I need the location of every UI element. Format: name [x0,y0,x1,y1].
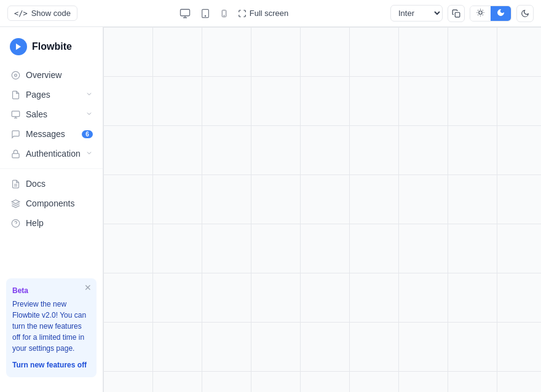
authentication-chevron-icon [85,149,93,159]
beta-close-button[interactable]: ✕ [84,283,92,292]
grid-background [103,27,541,392]
help-icon [10,219,21,228]
docs-icon [10,179,21,189]
pages-icon [10,90,21,100]
moon-button[interactable] [516,5,534,22]
messages-badge: 6 [82,130,93,138]
overview-icon [10,71,21,80]
pages-chevron-icon [85,90,93,100]
beta-description: Preview the new Flowbite v2.0! You can t… [12,299,90,354]
svg-point-4 [224,15,224,15]
sidebar-item-components[interactable]: Components [0,194,103,213]
logo-icon [10,38,27,55]
svg-rect-5 [455,12,460,17]
content-area [103,27,541,392]
authentication-label: Authentication [26,149,81,159]
topbar-center: Full screen [180,8,289,19]
desktop-icon[interactable] [180,8,191,19]
svg-rect-0 [180,9,189,16]
mobile-icon[interactable] [220,8,228,19]
light-dark-toggle[interactable] [470,6,511,22]
main-layout: Flowbite Overview Pages [0,27,541,392]
code-icon: </> [14,9,28,18]
svg-point-6 [479,10,482,14]
components-icon [10,199,21,208]
beta-card: Beta ✕ Preview the new Flowbite v2.0! Yo… [6,278,97,377]
beta-tag: Beta [12,286,28,295]
authentication-icon [10,149,21,159]
topbar-left: </> Show code [7,6,77,21]
topbar-right: Inter Roboto Poppins [390,5,534,22]
sidebar-logo[interactable]: Flowbite [0,34,103,65]
beta-link[interactable]: Turn new features off [12,361,87,369]
sales-icon [10,110,21,119]
messages-label: Messages [26,129,77,139]
font-selector[interactable]: Inter Roboto Poppins [390,5,443,22]
fullscreen-button[interactable]: Full screen [238,9,289,18]
dark-mode-button[interactable] [491,6,511,21]
docs-label: Docs [26,179,93,189]
sidebar-item-docs[interactable]: Docs [0,174,103,194]
sales-chevron-icon [85,110,93,119]
sidebar: Flowbite Overview Pages [0,27,103,392]
svg-point-8 [12,71,20,79]
overview-label: Overview [26,70,93,80]
logo-text: Flowbite [32,41,72,52]
messages-icon [10,130,21,139]
svg-point-9 [14,74,17,76]
show-code-button[interactable]: </> Show code [7,6,77,21]
help-label: Help [26,218,93,228]
sidebar-item-help[interactable]: Help [0,213,103,233]
sidebar-item-pages[interactable]: Pages [0,85,103,104]
svg-rect-11 [12,153,18,157]
sidebar-nav: Overview Pages Sales [0,65,103,271]
svg-marker-7 [16,44,21,50]
show-code-label: Show code [31,9,71,18]
copy-icon-button[interactable] [448,5,465,22]
sidebar-item-overview[interactable]: Overview [0,65,103,85]
sidebar-item-messages[interactable]: Messages 6 [0,124,103,144]
svg-point-2 [205,15,205,16]
fullscreen-label: Full screen [250,9,289,18]
light-mode-button[interactable] [470,6,491,21]
sidebar-item-authentication[interactable]: Authentication [0,144,103,163]
components-label: Components [26,198,93,208]
nav-divider [0,168,103,169]
tablet-icon[interactable] [200,8,210,19]
topbar: </> Show code Full screen Inter Roboto P… [0,0,541,27]
sidebar-item-sales[interactable]: Sales [0,104,103,124]
pages-label: Pages [26,90,81,100]
sales-label: Sales [26,109,81,119]
svg-rect-10 [12,111,20,116]
